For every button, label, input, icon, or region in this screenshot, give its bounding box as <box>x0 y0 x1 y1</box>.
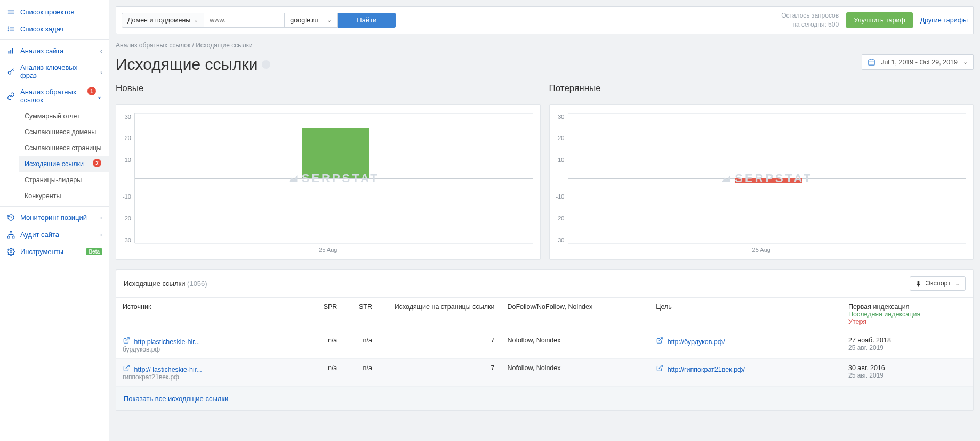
table-count: (1056) <box>187 280 207 288</box>
breadcrumb: Анализ обратных ссылок / Исходящие ссылк… <box>116 42 974 49</box>
nav-tools[interactable]: Инструменты Beta <box>0 243 109 260</box>
nav-projects-label: Список проектов <box>20 8 102 16</box>
svg-rect-7 <box>10 50 11 54</box>
ytick: -30 <box>123 237 131 243</box>
x-axis-label: 25 Aug <box>550 247 974 253</box>
chevron-left-icon: ‹ <box>100 214 102 222</box>
svg-rect-8 <box>12 48 13 53</box>
chevron-left-icon: ‹ <box>100 68 102 76</box>
subnav-competitors[interactable]: Конкуренты <box>19 188 109 204</box>
th-first-index: Первая индексация <box>848 303 967 311</box>
export-button[interactable]: ⬇ Экспорт ⌄ <box>910 276 966 291</box>
other-tariffs-link[interactable]: Другие тарифы <box>920 17 968 24</box>
svg-point-21 <box>10 250 12 252</box>
show-all-link[interactable]: Показать все исходящие ссылки <box>116 387 973 410</box>
svg-line-11 <box>12 69 13 70</box>
external-link-icon <box>656 364 663 372</box>
external-link-icon <box>656 337 663 344</box>
x-axis-label: 25 Aug <box>116 247 540 253</box>
cell-follow: Nofollow, Noindex <box>501 331 649 358</box>
chevron-down-icon: ⌄ <box>97 92 102 100</box>
help-icon[interactable] <box>262 60 270 69</box>
gear-icon <box>6 247 15 256</box>
beta-badge: Beta <box>86 248 102 255</box>
th-last-index: Последняя индексация <box>848 311 967 318</box>
cell-spr: n/a <box>309 358 344 386</box>
svg-line-31 <box>659 365 662 368</box>
upgrade-button[interactable]: Улучшить тариф <box>846 12 913 28</box>
th-lost: Утеря <box>848 318 967 325</box>
chart-bar <box>302 128 369 178</box>
find-button[interactable]: Найти <box>338 13 396 28</box>
scope-select[interactable]: Домен и поддомены ⌄ <box>122 13 204 28</box>
target-link[interactable]: http://гиппократ21век.рф/ <box>668 366 745 373</box>
subnav-summary[interactable]: Суммарный отчет <box>19 108 109 124</box>
ytick: 30 <box>558 113 564 120</box>
topbar: Домен и поддомены ⌄ google.ru ⌄ Найти Ос… <box>116 6 974 34</box>
divider <box>0 206 109 207</box>
history-icon <box>6 213 15 222</box>
search-engine-select[interactable]: google.ru ⌄ <box>284 13 338 28</box>
th-outlinks: Исходящие на страницы ссылки <box>379 297 501 331</box>
cell-last-index: 25 авг. 2019 <box>848 372 967 379</box>
nav-site-audit-label: Аудит сайта <box>20 231 95 239</box>
table-row: http plasticheskie-hir... бурдуков.рф n/… <box>116 331 973 358</box>
page-title-text: Исходящие ссылки <box>116 55 258 74</box>
download-icon: ⬇ <box>915 280 921 288</box>
nav-tasks[interactable]: Список задач <box>0 20 109 37</box>
svg-rect-16 <box>12 236 14 238</box>
svg-rect-15 <box>7 236 10 238</box>
link-icon <box>6 92 15 100</box>
ytick: -30 <box>556 237 565 243</box>
ytick: -10 <box>556 193 565 200</box>
table-row: http:// lasticheskie-hir... гиппократ21в… <box>116 358 973 386</box>
svg-line-13 <box>11 217 12 218</box>
svg-point-9 <box>8 71 11 74</box>
source-link[interactable]: http plasticheskie-hir... <box>134 338 200 346</box>
nav-site-audit[interactable]: Аудит сайта ‹ <box>0 226 109 243</box>
ytick: -20 <box>123 215 131 222</box>
chevron-left-icon: ‹ <box>100 231 102 239</box>
svg-line-30 <box>126 365 129 368</box>
cell-first-index: 27 нояб. 2018 <box>848 337 967 344</box>
date-range-picker[interactable]: Jul 1, 2019 - Oct 29, 2019 ⌄ <box>862 54 974 70</box>
nav-backlink-analysis[interactable]: Анализ обратных ссылок 1 ⌄ <box>0 84 109 108</box>
svg-rect-22 <box>869 60 874 65</box>
nav-tools-label: Инструменты <box>20 248 81 256</box>
chevron-down-icon: ⌄ <box>955 280 960 287</box>
chart-new-title: Новые <box>116 83 541 94</box>
table-header-row: Источник SPR STR Исходящие на страницы с… <box>116 297 973 331</box>
svg-line-29 <box>659 337 662 340</box>
export-label: Экспорт <box>926 280 951 287</box>
remaining-requests: Осталось запросов на сегодня: 500 <box>781 11 839 29</box>
nav-site-analysis-label: Анализ сайта <box>20 47 95 55</box>
subnav-ref-domains[interactable]: Ссылающиеся домены <box>19 124 109 140</box>
remaining-line1: Осталось запросов <box>781 11 839 20</box>
chart-bar <box>735 178 803 183</box>
url-input[interactable] <box>204 13 284 28</box>
divider <box>0 39 109 40</box>
subnav-outgoing-links[interactable]: Исходящие ссылки 2 <box>19 156 109 172</box>
badge-1: 1 <box>87 87 96 95</box>
subnav-ref-pages[interactable]: Ссылающиеся страницы <box>19 140 109 156</box>
sitemap-icon <box>6 230 15 239</box>
svg-rect-6 <box>8 51 9 53</box>
chevron-down-icon: ⌄ <box>327 17 332 23</box>
page-title: Исходящие ссылки <box>116 55 270 74</box>
nav-rank-monitoring[interactable]: Мониторинг позиций ‹ <box>0 209 109 226</box>
chart-lost: 30 20 10 -10 -20 -30 <box>549 104 974 260</box>
nav-backlink-analysis-label: Анализ обратных ссылок <box>20 88 91 104</box>
nav-site-analysis[interactable]: Анализ сайта ‹ <box>0 42 109 59</box>
target-link[interactable]: http://бурдуков.рф/ <box>668 338 725 346</box>
plot-area: SERPSTAT <box>568 113 966 243</box>
scope-select-label: Домен и поддомены <box>127 17 190 24</box>
source-link[interactable]: http:// lasticheskie-hir... <box>134 366 202 373</box>
cell-str: n/a <box>343 358 379 386</box>
main: Домен и поддомены ⌄ google.ru ⌄ Найти Ос… <box>109 0 980 441</box>
nav-projects[interactable]: Список проектов <box>0 3 109 20</box>
badge-2: 2 <box>93 159 101 167</box>
nav-keyword-analysis[interactable]: Анализ ключевых фраз ‹ <box>0 59 109 84</box>
subnav-leader-pages[interactable]: Страницы-лидеры <box>19 172 109 188</box>
y-axis: 30 20 10 -10 -20 -30 <box>550 113 568 243</box>
ytick: 10 <box>125 157 131 163</box>
